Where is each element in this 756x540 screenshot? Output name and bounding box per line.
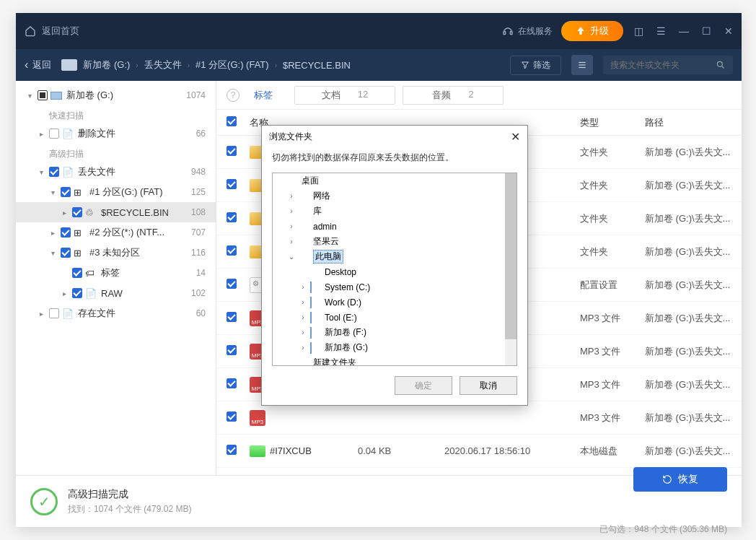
checkbox[interactable] [227, 445, 237, 455]
search-box[interactable] [603, 56, 733, 74]
file-path: 新加卷 (G:)\丢失文... [645, 411, 731, 424]
scrollbar-thumb[interactable] [505, 173, 517, 339]
expand-icon[interactable]: › [287, 192, 296, 200]
checkbox[interactable] [227, 345, 237, 355]
folder-tree-item[interactable]: ›Work (D:) [273, 295, 517, 310]
tree-recycle-bin[interactable]: ▸ ♲ $RECYCLE.BIN 108 [16, 202, 216, 222]
tree-partition-3[interactable]: ▾ ⊞ #3 未知分区 116 [16, 243, 216, 263]
filter-button[interactable]: 筛选 [510, 56, 561, 75]
tab-documents[interactable]: 文档 12 [294, 86, 395, 105]
sidebar-tree: ▾ 新加卷 (G:) 1074 快速扫描 ▸ 📄 删除文件 66 高级扫描 ▾ … [16, 81, 216, 475]
recover-button[interactable]: 恢复 [633, 467, 727, 492]
search-input[interactable] [610, 60, 711, 70]
chevron-down-icon[interactable]: ▾ [36, 168, 46, 176]
expand-icon[interactable]: › [287, 207, 296, 215]
file-type: 文件夹 [580, 212, 645, 225]
back-button[interactable]: ‹ 返回 [25, 58, 51, 71]
file-row[interactable]: MP3MP3 文件新加卷 (G:)\丢失文... [216, 401, 742, 435]
scan-status-title: 高级扫描完成 [68, 488, 191, 501]
checkbox[interactable] [61, 227, 71, 238]
expand-icon[interactable]: › [287, 238, 296, 245]
checkbox[interactable] [227, 378, 237, 388]
online-service-button[interactable]: 在线服务 [502, 25, 553, 38]
tree-raw[interactable]: ▸ 📄 RAW 102 [16, 283, 216, 303]
expand-icon[interactable]: › [299, 344, 307, 352]
folder-tree-item[interactable]: ›System (C:) [273, 279, 517, 295]
menu-icon[interactable]: ☰ [656, 25, 666, 37]
tree-root[interactable]: ▾ 新加卷 (G:) 1074 [16, 85, 216, 105]
col-type[interactable]: 类型 [580, 116, 645, 129]
maximize-icon[interactable]: ☐ [702, 25, 711, 37]
home-button[interactable]: 返回首页 [25, 25, 79, 38]
folder-tree-item[interactable]: 新建文件夹 [273, 355, 517, 366]
chevron-right-icon[interactable]: ▸ [36, 310, 46, 318]
select-all-checkbox[interactable] [227, 116, 237, 126]
expand-icon[interactable]: › [299, 283, 307, 291]
folder-tree-item[interactable]: ›新加卷 (F:) [273, 325, 517, 340]
folder-tree-item[interactable]: ⌄此电脑 [273, 249, 517, 264]
ok-button[interactable]: 确定 [395, 376, 452, 395]
col-path[interactable]: 路径 [645, 116, 731, 129]
folder-tree-item[interactable]: ›admin [273, 219, 517, 234]
upgrade-button[interactable]: 升级 [561, 21, 623, 41]
expand-icon[interactable]: › [299, 328, 307, 336]
checkbox[interactable] [49, 308, 59, 318]
tree-tags[interactable]: 🏷 标签 14 [16, 263, 216, 283]
dialog-close-button[interactable]: ✕ [511, 130, 520, 144]
chevron-right-icon[interactable]: ▸ [59, 209, 69, 217]
checkbox[interactable] [72, 207, 82, 217]
crumb-2[interactable]: #1 分区(G:) (FAT) [195, 58, 269, 71]
folder-label: 坚果云 [313, 235, 339, 248]
folder-tree-item[interactable]: ›网络 [273, 188, 517, 204]
expand-icon[interactable]: ⌄ [287, 253, 296, 261]
success-icon: ✓ [30, 488, 58, 515]
folder-tree-item[interactable]: 桌面 [273, 173, 517, 188]
list-view-button[interactable] [571, 55, 593, 75]
minimize-icon[interactable]: — [679, 25, 689, 37]
chevron-right-icon[interactable]: ▸ [48, 229, 58, 237]
folder-tree-item[interactable]: ›坚果云 [273, 234, 517, 249]
folder-tree-item[interactable]: ›库 [273, 204, 517, 219]
checkbox[interactable] [61, 248, 71, 258]
chevron-right-icon[interactable]: ▸ [59, 289, 69, 297]
checkbox[interactable] [227, 245, 237, 256]
folder-tree-item[interactable]: ›Tool (E:) [273, 310, 517, 325]
tree-lost-files[interactable]: ▾ 📄 丢失文件 948 [16, 162, 216, 182]
crumb-1[interactable]: 丢失文件 [144, 58, 182, 71]
crumb-0[interactable]: 新加卷 (G:) [83, 58, 130, 71]
file-row[interactable]: #I7IXCUB0.04 KB2020.06.17 18:56:10本地磁盘新加… [216, 435, 742, 468]
folder-tree-item[interactable]: Desktop [273, 264, 517, 279]
checkbox[interactable] [49, 167, 59, 177]
tree-partition-2[interactable]: ▸ ⊞ #2 分区(*:) (NTF... 707 [16, 222, 216, 243]
checkbox[interactable] [72, 288, 82, 298]
tree-deleted-files[interactable]: ▸ 📄 删除文件 66 [16, 123, 216, 144]
expand-icon[interactable]: › [299, 298, 307, 306]
file-type: 文件夹 [580, 146, 645, 159]
checkbox[interactable] [227, 212, 237, 222]
checkbox[interactable] [38, 90, 48, 100]
expand-icon[interactable]: › [299, 313, 307, 321]
folder-tree-item[interactable]: ›新加卷 (G:) [273, 340, 517, 355]
crumb-3[interactable]: $RECYCLE.BIN [283, 60, 351, 71]
cancel-button[interactable]: 取消 [460, 376, 517, 395]
checkbox[interactable] [227, 146, 237, 156]
checkbox[interactable] [227, 411, 237, 422]
checkbox[interactable] [72, 268, 82, 278]
chevron-down-icon[interactable]: ▾ [25, 92, 35, 100]
checkbox[interactable] [227, 179, 237, 189]
skin-icon[interactable]: ◫ [634, 25, 643, 37]
chevron-down-icon[interactable]: ▾ [48, 249, 58, 257]
checkbox[interactable] [227, 312, 237, 322]
tree-existing-files[interactable]: ▸ 📄 存在文件 60 [16, 303, 216, 323]
chevron-down-icon[interactable]: ▾ [48, 188, 58, 196]
tab-audio[interactable]: 音频 2 [403, 86, 504, 105]
checkbox[interactable] [227, 279, 237, 289]
checkbox[interactable] [61, 187, 71, 197]
expand-icon[interactable]: › [287, 222, 296, 230]
help-icon[interactable]: ? [227, 89, 239, 102]
close-icon[interactable]: ✕ [724, 25, 733, 37]
chevron-right-icon[interactable]: ▸ [36, 130, 46, 138]
folder-tree[interactable]: 桌面›网络›库›admin›坚果云⌄此电脑Desktop›System (C:)… [272, 173, 517, 366]
tree-partition-1[interactable]: ▾ ⊞ #1 分区(G:) (FAT) 125 [16, 182, 216, 202]
checkbox[interactable] [49, 129, 59, 139]
